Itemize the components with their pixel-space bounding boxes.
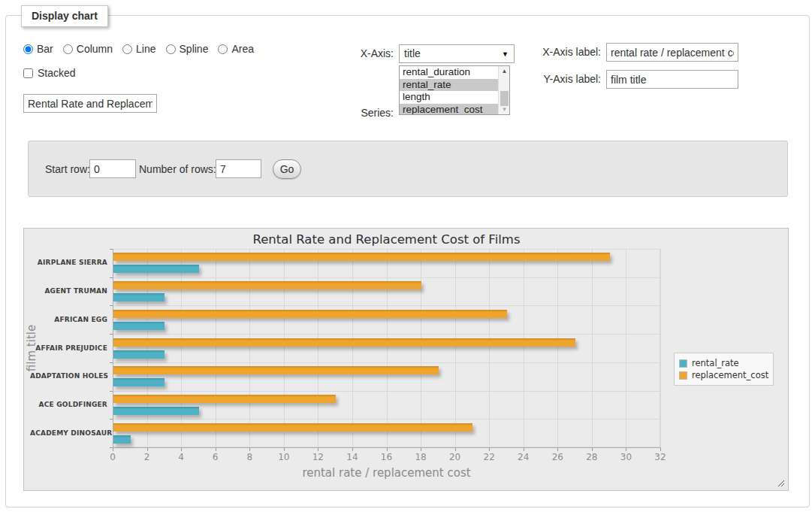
bar-rental-rate (113, 435, 131, 444)
y-axis-label-input[interactable] (606, 70, 738, 89)
gridline-vertical (489, 249, 490, 447)
bar-rental-rate (113, 350, 165, 359)
gridline-horizontal (113, 362, 660, 363)
stacked-checkbox-row: Stacked (23, 67, 76, 79)
x-axis-tick (216, 448, 216, 451)
x-axis-tick-label: 22 (478, 452, 500, 462)
y-axis-tick (110, 391, 113, 392)
x-axis-tick-label: 8 (238, 452, 261, 462)
x-axis-tick (113, 448, 113, 451)
x-axis-tick-label: 2 (136, 452, 158, 462)
legend-swatch-rental-rate (679, 359, 687, 368)
series-select-label: Series: (303, 106, 394, 120)
legend-item-replacement-cost: replacement_cost (679, 370, 768, 380)
x-axis-tick (660, 448, 661, 451)
gridline-horizontal (113, 419, 660, 420)
gridline-horizontal (113, 305, 660, 306)
gridline-vertical (626, 249, 626, 447)
gridline-vertical (181, 249, 182, 447)
y-axis-category-label: AFFAIR PREJUDICE (30, 344, 107, 352)
chart-type-option-spline: Spline (166, 43, 209, 55)
bar-replacement-cost (113, 395, 336, 403)
start-row-input[interactable] (89, 159, 136, 178)
chart-type-option-bar: Bar (23, 43, 53, 55)
go-button[interactable]: Go (273, 159, 301, 179)
chart-title-input[interactable] (23, 94, 157, 113)
x-axis-tick-label: 30 (614, 452, 637, 462)
rows-panel: Start row: Number of rows: Go (28, 141, 788, 197)
bar-rental-rate (113, 293, 165, 301)
y-axis-category-label: ADAPTATION HOLES (30, 372, 107, 380)
scroll-down-icon[interactable]: ▼ (499, 105, 510, 114)
gridline-vertical (352, 249, 353, 447)
gridline-vertical (249, 249, 250, 447)
fieldset-legend: Display chart (21, 5, 108, 27)
x-axis-tick (352, 448, 353, 451)
number-of-rows-label: Number of rows: (139, 159, 216, 179)
chart-type-label-column: Column (77, 43, 113, 55)
legend-label-rental-rate: rental_rate (692, 358, 739, 368)
x-axis-tick (318, 448, 318, 451)
bar-replacement-cost (113, 253, 610, 261)
x-axis-tick (147, 448, 148, 451)
series-option-length[interactable]: length (400, 91, 499, 104)
x-axis-tick-label: 12 (306, 452, 329, 462)
chart-x-axis-title: rental rate / replacement cost (113, 466, 660, 480)
chart-type-radio-area[interactable] (218, 44, 228, 54)
series-option-replacement-cost[interactable]: replacement_cost (400, 104, 499, 116)
resize-grip-icon[interactable] (777, 479, 784, 486)
bar-replacement-cost (113, 366, 439, 374)
display-chart-fieldset: Display chart BarColumnLineSplineArea St… (5, 15, 810, 507)
gridline-vertical (524, 249, 524, 447)
y-axis-tick (110, 419, 113, 420)
x-axis-tick-label: 14 (341, 452, 364, 462)
chart-type-radio-line[interactable] (122, 44, 132, 54)
x-axis-tick (524, 448, 524, 451)
bar-replacement-cost (113, 310, 507, 318)
x-axis-tick-label: 24 (512, 452, 535, 462)
bar-rental-rate (113, 378, 165, 386)
y-axis-tick (110, 362, 113, 363)
gridline-vertical (455, 249, 456, 447)
y-axis-category-label: ACADEMY DINOSAUR (30, 429, 107, 437)
gridline-vertical (557, 249, 558, 447)
y-axis-category-label: AIRPLANE SIERRA (30, 259, 107, 266)
x-axis-tick (249, 448, 250, 451)
chart-type-option-area: Area (218, 43, 254, 55)
y-axis-category-label: AGENT TRUMAN (30, 287, 107, 295)
x-axis-label-label: X-Axis label: (472, 43, 601, 62)
x-axis-tick-label: 32 (649, 452, 672, 462)
chart-type-radio-column[interactable] (63, 44, 73, 54)
x-axis-tick-label: 6 (204, 452, 227, 462)
stacked-label: Stacked (38, 67, 76, 79)
chart-type-label-bar: Bar (37, 43, 53, 55)
chart-type-radio-spline[interactable] (166, 44, 176, 54)
y-axis-tick (110, 334, 113, 335)
bar-rental-rate (113, 322, 165, 330)
chart-type-radio-bar[interactable] (23, 44, 33, 54)
x-axis-label-input[interactable] (606, 43, 738, 62)
x-axis-tick (181, 448, 182, 451)
chart-title: Rental Rate and Replacement Cost of Film… (113, 232, 660, 247)
x-axis-tick (592, 448, 593, 451)
stacked-checkbox[interactable] (23, 68, 33, 78)
x-axis-tick-label: 16 (376, 452, 398, 462)
chart-type-label-line: Line (136, 43, 155, 55)
bar-replacement-cost (113, 281, 421, 289)
x-axis-tick (455, 448, 456, 451)
x-axis-tick (284, 448, 285, 451)
number-of-rows-input[interactable] (216, 159, 261, 178)
x-axis-tick (421, 448, 421, 451)
y-axis-tick (110, 249, 113, 250)
x-axis-tick-label: 10 (273, 452, 295, 462)
gridline-vertical (660, 249, 661, 447)
y-axis-category-label: ACE GOLDFINGER (30, 401, 107, 408)
chart-type-label-area: Area (231, 43, 254, 55)
chart-type-option-column: Column (63, 43, 113, 55)
scrollbar-thumb[interactable] (500, 91, 509, 106)
y-axis-label-label: Y-Axis label: (472, 70, 601, 89)
x-axis-select-label: X-Axis: (303, 44, 394, 63)
x-axis-tick-label: 18 (409, 452, 432, 462)
gridline-vertical (387, 249, 388, 447)
y-axis-line (113, 249, 113, 447)
